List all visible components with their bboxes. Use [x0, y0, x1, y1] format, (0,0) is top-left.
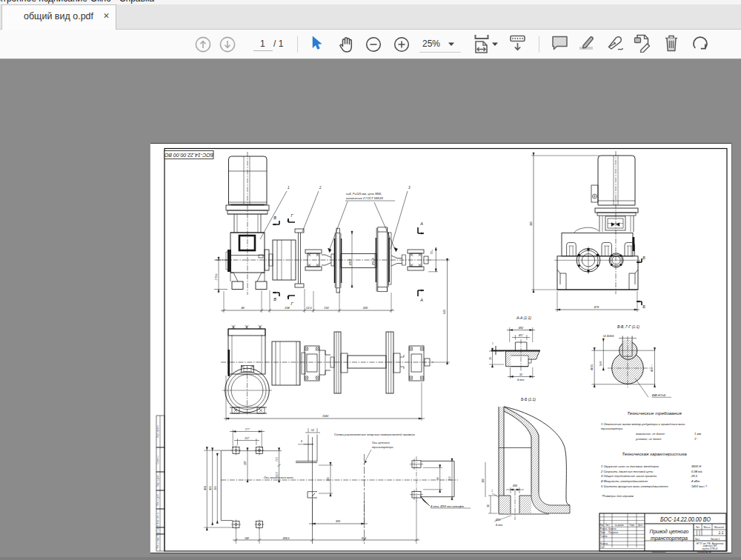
svg-text:транспортера: транспортера: [372, 445, 393, 449]
svg-text:Т.контр.: Т.контр.: [600, 535, 608, 538]
svg-text:Н.контр.: Н.контр.: [600, 542, 608, 545]
svg-text:1143: 1143: [322, 415, 329, 418]
svg-text:390: 390: [214, 486, 217, 490]
svg-text:52: 52: [311, 429, 314, 432]
svg-text:Б: Б: [642, 304, 645, 309]
svg-text:300: 300: [482, 479, 485, 482]
svg-text:14 JS9/h9: 14 JS9/h9: [603, 335, 614, 338]
svg-text:Привод цепного: Привод цепного: [650, 529, 689, 535]
svg-text:48,8+0,1: 48,8+0,1: [651, 364, 654, 372]
svg-text:Пров.: Пров.: [600, 531, 606, 534]
svg-text:385: 385: [530, 221, 533, 226]
svg-text:Инв. № подл.: Инв. № подл.: [156, 536, 159, 548]
svg-text:*Размеры для справок: *Размеры для справок: [602, 494, 634, 498]
svg-text:210: 210: [448, 476, 451, 481]
svg-text:Техническая характеристика: Техническая характеристика: [622, 451, 687, 456]
svg-text:В-В, Г-Г (1:1): В-В, Г-Г (1:1): [617, 324, 639, 329]
svg-text:4 Мощность электродвигателя: 4 Мощность электродвигателя: [601, 479, 648, 483]
svg-text:Б-Б (1:1): Б-Б (1:1): [521, 397, 536, 401]
svg-text:Разраб.: Разраб.: [600, 527, 608, 530]
svg-text:176дв: 176дв: [215, 273, 218, 280]
svg-text:Масса: Масса: [704, 526, 711, 529]
svg-text:Ø30: Ø30: [512, 484, 517, 487]
svg-text:28,5: 28,5: [691, 474, 698, 478]
svg-text:Лит.: Лит.: [696, 526, 700, 529]
svg-text:транспортера: транспортера: [601, 427, 623, 430]
svg-text:№ докум.: № докум.: [615, 524, 625, 527]
svg-text:Ось цепного: Ось цепного: [372, 441, 390, 444]
svg-text:исполнение 2 ГОСТ 588-81: исполнение 2 ГОСТ 588-81: [346, 196, 383, 200]
svg-text:А: А: [419, 221, 423, 226]
svg-text:Утв.: Утв.: [600, 546, 605, 549]
svg-text:1 Окружная сила на тяговых зве: 1 Окружная сила на тяговых звездочках: [601, 464, 659, 468]
svg-text:Б: Б: [642, 256, 645, 260]
svg-text:Ø17: Ø17: [518, 334, 523, 337]
svg-text:1: 1: [288, 186, 290, 190]
svg-text:z=8, P=125 мм, цепь М56,: z=8, P=125 мм, цепь М56,: [345, 192, 382, 196]
svg-text:478: 478: [594, 306, 599, 309]
svg-text:Г: Г: [291, 301, 294, 306]
svg-text:4 отв.: 4 отв.: [517, 379, 525, 381]
svg-text:Ø62: Ø62: [518, 327, 524, 330]
svg-text:группа 07М-з1: группа 07М-з1: [702, 547, 718, 550]
svg-text:Ø107: Ø107: [349, 259, 352, 266]
svg-text:2: 2: [319, 186, 322, 190]
svg-text:160*: 160*: [244, 460, 247, 465]
svg-text:Подп. и дата: Подп. и дата: [156, 475, 159, 487]
svg-text:600: 600: [443, 309, 446, 314]
svg-text:2 Скорость движения тяговой це: 2 Скорость движения тяговой цепи: [600, 470, 654, 473]
svg-text:49: 49: [241, 307, 245, 310]
svg-text:32: 32: [519, 373, 522, 376]
svg-text:1 мм: 1 мм: [694, 432, 701, 436]
svg-text:0,94 м/с: 0,94 м/с: [691, 470, 702, 473]
svg-text:Взам. инв. №: Взам. инв. №: [156, 512, 159, 524]
svg-text:А: А: [419, 298, 423, 302]
svg-text:Лоскутов: Лоскутов: [608, 531, 618, 534]
svg-text:72дв: 72дв: [431, 249, 433, 254]
svg-text:600: 600: [362, 537, 366, 540]
svg-text:1:1: 1:1: [719, 530, 724, 535]
svg-text:4 кВт: 4 кВт: [691, 479, 700, 483]
svg-text:177: 177: [245, 428, 250, 431]
svg-text:Лист: Лист: [695, 538, 700, 541]
svg-text:308,5: 308,5: [283, 537, 290, 540]
svg-text:Ø48 Н7/п6: Ø48 Н7/п6: [651, 394, 666, 397]
svg-text:Справ. №: Справ. №: [156, 455, 159, 464]
svg-text:транспортера: транспортера: [651, 536, 688, 541]
svg-text:426: 426: [209, 486, 212, 490]
svg-text:Формат А1: Формат А1: [697, 551, 712, 553]
svg-text:9 h9: 9 h9: [599, 361, 602, 366]
svg-text:Лист: Лист: [605, 524, 611, 527]
svg-text:Ось приводного вала: Ось приводного вала: [264, 476, 294, 479]
svg-text:угловое, не более: угловое, не более: [635, 437, 662, 441]
svg-text:468: 468: [204, 486, 207, 490]
svg-text:44,65: 44,65: [591, 364, 594, 370]
svg-text:Перв. примен.: Перв. примен.: [156, 425, 159, 439]
svg-text:А-А (1:1): А-А (1:1): [516, 316, 531, 320]
svg-text:204: 204: [284, 307, 289, 310]
svg-text:Схема расположения опорных пов: Схема расположения опорных поверхностей …: [334, 433, 416, 436]
svg-text:150: 150: [324, 307, 329, 310]
svg-text:3 Общее передаточное число при: 3 Общее передаточное число привода: [601, 474, 657, 478]
svg-text:Изм.: Изм.: [599, 524, 604, 527]
svg-text:4 отв.: 4 отв.: [496, 524, 503, 527]
svg-text:Подп. и дата: Подп. и дата: [156, 524, 159, 536]
svg-text:Дата: Дата: [638, 524, 643, 527]
svg-text:Г: Г: [291, 213, 294, 218]
svg-text:107: 107: [245, 437, 250, 440]
svg-text:25: 25: [489, 357, 492, 361]
svg-text:Листов 1: Листов 1: [711, 538, 720, 541]
svg-text:77,5: 77,5: [276, 457, 279, 461]
svg-text:4 отв. Ø18 под штифт: 4 отв. Ø18 под штифт: [431, 504, 465, 508]
svg-text:8: 8: [301, 440, 302, 443]
svg-text:В: В: [273, 216, 276, 220]
svg-text:В: В: [273, 297, 276, 301]
svg-text:Инв. № дубл.: Инв. № дубл.: [156, 493, 159, 505]
svg-text:1: 1: [491, 490, 493, 493]
svg-text:1 Отклонение валов мотор-редук: 1 Отклонение валов мотор-редуктора и при…: [601, 422, 685, 426]
svg-text:1: 1: [492, 342, 494, 345]
svg-text:БОС-14.22.00.00 ВО: БОС-14.22.00.00 ВО: [660, 516, 711, 523]
svg-text:1410 мин⁻¹: 1410 мин⁻¹: [691, 484, 708, 488]
svg-text:Подп.: Подп.: [629, 524, 635, 527]
svg-text:Копировал: Копировал: [652, 551, 665, 553]
